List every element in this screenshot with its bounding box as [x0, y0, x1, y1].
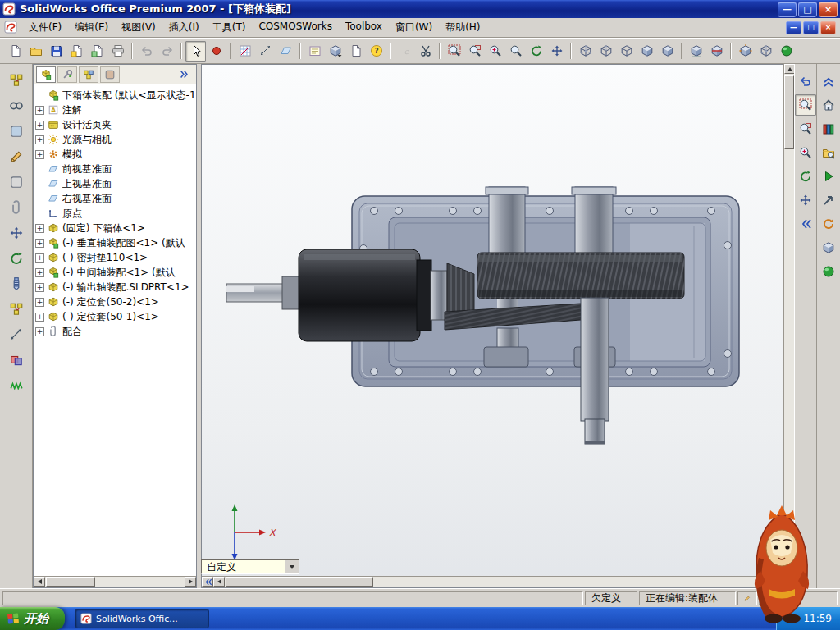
expand-toggle-icon[interactable]: + — [35, 239, 44, 248]
document-restore-button[interactable]: □ — [803, 21, 819, 34]
expand-toggle-icon[interactable]: + — [35, 135, 44, 144]
move-component-icon[interactable] — [5, 221, 28, 244]
model-view[interactable]: X Z — [202, 65, 783, 577]
scroll-right-icon[interactable] — [185, 577, 196, 587]
tree-item-plane[interactable]: 前视基准面 — [34, 162, 196, 176]
tree-item-design-binder[interactable]: +设计活页夹 — [34, 117, 196, 132]
expand-toggle-icon[interactable]: + — [35, 150, 44, 159]
section-view-icon[interactable] — [706, 41, 727, 62]
menu-item[interactable]: 插入(I) — [162, 18, 206, 37]
taskbar-item-solidworks[interactable]: SolidWorks Offic... — [75, 609, 209, 628]
minimize-button[interactable]: — — [778, 2, 797, 17]
pan-icon[interactable] — [546, 41, 567, 62]
tree-item-assembly[interactable]: 下箱体装配 (默认<显示状态-1 — [34, 88, 196, 103]
rotate-view-icon[interactable] — [526, 41, 546, 62]
macro-record-icon[interactable] — [206, 41, 226, 62]
design-library-icon[interactable] — [818, 118, 839, 139]
smart-dimension-icon[interactable] — [255, 41, 276, 62]
redo-icon[interactable] — [157, 41, 177, 62]
reference-geometry-icon[interactable] — [276, 41, 296, 62]
sketch-icon[interactable] — [235, 41, 255, 62]
tree-item-component[interactable]: +(-) 定位套(50-2)<1> — [34, 294, 196, 309]
title-bar[interactable]: SolidWorks Office Premium 2007 - [下箱体装配]… — [0, 0, 840, 18]
scroll-left-icon[interactable] — [34, 577, 45, 587]
expand-toggle-icon[interactable]: + — [35, 106, 44, 115]
solidworks-app-icon[interactable] — [2, 2, 16, 16]
appearances-icon[interactable] — [818, 261, 839, 282]
make-assembly-from-part-icon[interactable] — [87, 41, 107, 62]
shaded-icon[interactable] — [657, 41, 678, 62]
intermediate-shaft-lower[interactable] — [497, 328, 518, 348]
select-icon[interactable] — [185, 41, 206, 62]
menu-item[interactable]: 视图(V) — [115, 18, 162, 37]
rotate-component-icon[interactable] — [5, 247, 28, 270]
scroll-thumb[interactable] — [46, 577, 95, 587]
smart-fasteners-icon[interactable] — [5, 272, 28, 295]
file-explorer-icon[interactable] — [818, 142, 839, 163]
display-style-icon[interactable] — [325, 41, 345, 62]
exploded-view-icon[interactable] — [5, 298, 28, 321]
zoom-to-fit-icon[interactable] — [795, 94, 816, 116]
zoom-in-out-icon[interactable] — [795, 142, 816, 163]
help-icon[interactable]: ? — [366, 41, 386, 62]
intermediate-gear[interactable] — [477, 253, 684, 299]
tree-horizontal-scrollbar[interactable] — [34, 576, 196, 587]
expand-toggle-icon[interactable]: + — [35, 253, 44, 262]
featuremanager-tab[interactable] — [36, 66, 56, 83]
animation-play-icon[interactable] — [818, 166, 839, 187]
view-palette-icon[interactable] — [818, 237, 839, 258]
expand-toggle-icon[interactable]: + — [35, 313, 44, 322]
document-close-button[interactable]: × — [820, 21, 836, 34]
tree-item-lights-and-cameras[interactable]: +光源与相机 — [34, 132, 196, 147]
change-transparency-icon[interactable] — [5, 120, 28, 143]
scroll-track[interactable] — [225, 577, 771, 587]
pan-icon[interactable] — [795, 189, 816, 211]
interference-detection-icon[interactable] — [5, 349, 28, 372]
input-shaft-assembly[interactable] — [226, 249, 447, 341]
scroll-thumb[interactable] — [784, 75, 794, 149]
share-icon[interactable] — [818, 189, 839, 211]
open-icon[interactable] — [25, 41, 46, 62]
document-minimize-button[interactable]: — — [786, 21, 801, 34]
refresh-icon[interactable] — [818, 213, 839, 235]
menu-item[interactable]: Toolbox — [339, 18, 389, 37]
tree-item-subassembly[interactable]: +(-) 垂直轴装配图<1> (默认 — [34, 235, 196, 250]
print-icon[interactable] — [107, 41, 128, 62]
configurationmanager-tab[interactable] — [79, 66, 98, 83]
menu-item[interactable]: 帮助(H) — [439, 18, 486, 37]
tree-item-component[interactable]: +(-) 输出轴装配.SLDPRT<1> — [34, 280, 196, 294]
save-icon[interactable] — [46, 41, 66, 62]
output-shaft[interactable] — [581, 298, 609, 444]
zoom-to-fit-icon[interactable] — [444, 41, 464, 62]
tree-item-mates[interactable]: +配合 — [34, 324, 196, 339]
equations-icon[interactable]: -e — [395, 41, 415, 62]
task-scheduler-icon[interactable] — [345, 41, 366, 62]
viewport[interactable]: X Z 自定义 — [201, 64, 783, 588]
make-drawing-from-assembly-icon[interactable] — [66, 41, 87, 62]
tree-item-component[interactable]: +(固定) 下箱体<1> — [34, 221, 196, 235]
measure-icon[interactable] — [415, 41, 436, 62]
tree-item-simulation[interactable]: +模拟 — [34, 147, 196, 162]
tree-item-subassembly[interactable]: +(-) 中间轴装配<1> (默认 — [34, 265, 196, 280]
tree-item-component[interactable]: +(-) 定位套(50-1)<1> — [34, 309, 196, 324]
hidden-lines-visible-icon[interactable] — [596, 41, 616, 62]
expand-toggle-icon[interactable]: + — [35, 283, 44, 292]
pane-split-icon[interactable] — [202, 577, 213, 587]
start-button[interactable]: 开始 — [0, 607, 65, 630]
simulation-icon[interactable] — [5, 374, 28, 397]
shaded-with-edges-icon[interactable] — [637, 41, 657, 62]
tree-item-annotations[interactable]: +A注解 — [34, 103, 196, 117]
menu-item[interactable]: 文件(F) — [22, 18, 68, 37]
rotate-view-icon[interactable] — [795, 166, 816, 187]
menu-item[interactable]: 编辑(E) — [68, 18, 115, 37]
view-orientation-selector[interactable]: 自定义 — [201, 559, 299, 574]
propertymanager-tab[interactable] — [57, 66, 77, 83]
no-external-references-icon[interactable] — [5, 171, 28, 194]
mate-icon[interactable] — [5, 196, 28, 219]
scroll-left-icon[interactable] — [213, 577, 225, 587]
annotations-icon[interactable] — [304, 41, 325, 62]
solidworks-resources-icon[interactable] — [818, 94, 839, 116]
dimxpertmanager-tab[interactable] — [100, 66, 120, 83]
previous-view-icon[interactable] — [795, 71, 816, 92]
expand-toggle-icon[interactable]: + — [35, 327, 44, 336]
